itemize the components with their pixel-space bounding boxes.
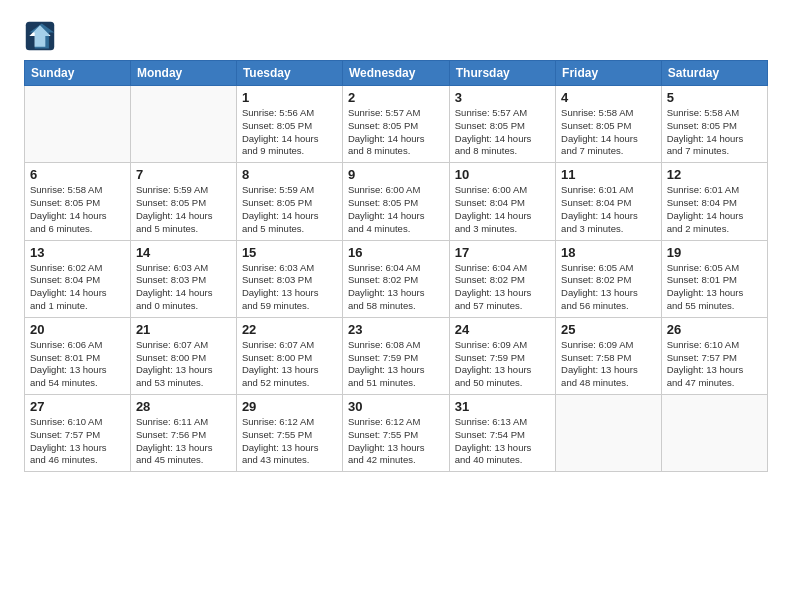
calendar-day-header: Tuesday [236,61,342,86]
calendar-day-header: Wednesday [342,61,449,86]
day-info: Sunrise: 5:59 AM Sunset: 8:05 PM Dayligh… [136,184,231,235]
calendar-cell: 6Sunrise: 5:58 AM Sunset: 8:05 PM Daylig… [25,163,131,240]
day-info: Sunrise: 5:58 AM Sunset: 8:05 PM Dayligh… [561,107,656,158]
calendar-cell: 26Sunrise: 6:10 AM Sunset: 7:57 PM Dayli… [661,317,767,394]
calendar-cell: 1Sunrise: 5:56 AM Sunset: 8:05 PM Daylig… [236,86,342,163]
calendar-week-row: 13Sunrise: 6:02 AM Sunset: 8:04 PM Dayli… [25,240,768,317]
day-info: Sunrise: 6:02 AM Sunset: 8:04 PM Dayligh… [30,262,125,313]
day-info: Sunrise: 6:05 AM Sunset: 8:02 PM Dayligh… [561,262,656,313]
day-number: 22 [242,322,337,337]
day-number: 18 [561,245,656,260]
day-number: 7 [136,167,231,182]
page-header [24,20,768,52]
day-number: 9 [348,167,444,182]
day-info: Sunrise: 6:10 AM Sunset: 7:57 PM Dayligh… [667,339,762,390]
day-info: Sunrise: 6:09 AM Sunset: 7:58 PM Dayligh… [561,339,656,390]
day-number: 16 [348,245,444,260]
calendar-cell: 24Sunrise: 6:09 AM Sunset: 7:59 PM Dayli… [449,317,555,394]
calendar-day-header: Saturday [661,61,767,86]
calendar-day-header: Sunday [25,61,131,86]
calendar-cell: 22Sunrise: 6:07 AM Sunset: 8:00 PM Dayli… [236,317,342,394]
day-info: Sunrise: 6:13 AM Sunset: 7:54 PM Dayligh… [455,416,550,467]
calendar-cell: 27Sunrise: 6:10 AM Sunset: 7:57 PM Dayli… [25,395,131,472]
calendar-day-header: Thursday [449,61,555,86]
day-info: Sunrise: 6:12 AM Sunset: 7:55 PM Dayligh… [242,416,337,467]
day-number: 26 [667,322,762,337]
day-number: 17 [455,245,550,260]
day-info: Sunrise: 5:56 AM Sunset: 8:05 PM Dayligh… [242,107,337,158]
day-info: Sunrise: 6:07 AM Sunset: 8:00 PM Dayligh… [242,339,337,390]
day-info: Sunrise: 6:01 AM Sunset: 8:04 PM Dayligh… [561,184,656,235]
calendar-cell: 15Sunrise: 6:03 AM Sunset: 8:03 PM Dayli… [236,240,342,317]
day-number: 3 [455,90,550,105]
calendar-cell: 7Sunrise: 5:59 AM Sunset: 8:05 PM Daylig… [130,163,236,240]
calendar-cell: 21Sunrise: 6:07 AM Sunset: 8:00 PM Dayli… [130,317,236,394]
day-info: Sunrise: 5:58 AM Sunset: 8:05 PM Dayligh… [30,184,125,235]
day-info: Sunrise: 6:08 AM Sunset: 7:59 PM Dayligh… [348,339,444,390]
calendar-cell [556,395,662,472]
day-number: 8 [242,167,337,182]
calendar-cell: 18Sunrise: 6:05 AM Sunset: 8:02 PM Dayli… [556,240,662,317]
calendar-cell: 23Sunrise: 6:08 AM Sunset: 7:59 PM Dayli… [342,317,449,394]
calendar-cell: 28Sunrise: 6:11 AM Sunset: 7:56 PM Dayli… [130,395,236,472]
day-info: Sunrise: 5:57 AM Sunset: 8:05 PM Dayligh… [348,107,444,158]
day-number: 27 [30,399,125,414]
calendar-day-header: Friday [556,61,662,86]
calendar-cell: 16Sunrise: 6:04 AM Sunset: 8:02 PM Dayli… [342,240,449,317]
calendar-cell: 13Sunrise: 6:02 AM Sunset: 8:04 PM Dayli… [25,240,131,317]
logo [24,20,60,52]
day-info: Sunrise: 6:10 AM Sunset: 7:57 PM Dayligh… [30,416,125,467]
calendar-cell [661,395,767,472]
day-number: 19 [667,245,762,260]
calendar-cell: 10Sunrise: 6:00 AM Sunset: 8:04 PM Dayli… [449,163,555,240]
calendar-table: SundayMondayTuesdayWednesdayThursdayFrid… [24,60,768,472]
calendar-week-row: 27Sunrise: 6:10 AM Sunset: 7:57 PM Dayli… [25,395,768,472]
day-info: Sunrise: 6:03 AM Sunset: 8:03 PM Dayligh… [242,262,337,313]
day-number: 14 [136,245,231,260]
calendar-cell: 8Sunrise: 5:59 AM Sunset: 8:05 PM Daylig… [236,163,342,240]
day-number: 10 [455,167,550,182]
calendar-cell: 30Sunrise: 6:12 AM Sunset: 7:55 PM Dayli… [342,395,449,472]
day-info: Sunrise: 6:12 AM Sunset: 7:55 PM Dayligh… [348,416,444,467]
day-info: Sunrise: 6:03 AM Sunset: 8:03 PM Dayligh… [136,262,231,313]
day-info: Sunrise: 6:05 AM Sunset: 8:01 PM Dayligh… [667,262,762,313]
day-info: Sunrise: 5:58 AM Sunset: 8:05 PM Dayligh… [667,107,762,158]
calendar-cell: 19Sunrise: 6:05 AM Sunset: 8:01 PM Dayli… [661,240,767,317]
calendar-cell: 3Sunrise: 5:57 AM Sunset: 8:05 PM Daylig… [449,86,555,163]
calendar-cell: 17Sunrise: 6:04 AM Sunset: 8:02 PM Dayli… [449,240,555,317]
calendar-cell [130,86,236,163]
calendar-cell: 4Sunrise: 5:58 AM Sunset: 8:05 PM Daylig… [556,86,662,163]
day-info: Sunrise: 6:11 AM Sunset: 7:56 PM Dayligh… [136,416,231,467]
day-number: 29 [242,399,337,414]
calendar-header-row: SundayMondayTuesdayWednesdayThursdayFrid… [25,61,768,86]
day-number: 25 [561,322,656,337]
day-number: 30 [348,399,444,414]
day-info: Sunrise: 6:06 AM Sunset: 8:01 PM Dayligh… [30,339,125,390]
day-info: Sunrise: 6:04 AM Sunset: 8:02 PM Dayligh… [348,262,444,313]
calendar-cell: 20Sunrise: 6:06 AM Sunset: 8:01 PM Dayli… [25,317,131,394]
day-info: Sunrise: 6:07 AM Sunset: 8:00 PM Dayligh… [136,339,231,390]
calendar-week-row: 1Sunrise: 5:56 AM Sunset: 8:05 PM Daylig… [25,86,768,163]
calendar-week-row: 20Sunrise: 6:06 AM Sunset: 8:01 PM Dayli… [25,317,768,394]
day-number: 1 [242,90,337,105]
day-number: 11 [561,167,656,182]
day-number: 6 [30,167,125,182]
day-info: Sunrise: 6:01 AM Sunset: 8:04 PM Dayligh… [667,184,762,235]
day-number: 4 [561,90,656,105]
day-number: 15 [242,245,337,260]
calendar-week-row: 6Sunrise: 5:58 AM Sunset: 8:05 PM Daylig… [25,163,768,240]
calendar-cell: 9Sunrise: 6:00 AM Sunset: 8:05 PM Daylig… [342,163,449,240]
calendar-cell: 2Sunrise: 5:57 AM Sunset: 8:05 PM Daylig… [342,86,449,163]
day-number: 5 [667,90,762,105]
day-info: Sunrise: 5:57 AM Sunset: 8:05 PM Dayligh… [455,107,550,158]
calendar-cell: 11Sunrise: 6:01 AM Sunset: 8:04 PM Dayli… [556,163,662,240]
day-number: 31 [455,399,550,414]
calendar-cell: 31Sunrise: 6:13 AM Sunset: 7:54 PM Dayli… [449,395,555,472]
calendar-cell: 14Sunrise: 6:03 AM Sunset: 8:03 PM Dayli… [130,240,236,317]
day-number: 2 [348,90,444,105]
day-number: 21 [136,322,231,337]
day-info: Sunrise: 6:04 AM Sunset: 8:02 PM Dayligh… [455,262,550,313]
day-number: 20 [30,322,125,337]
calendar-cell [25,86,131,163]
day-number: 28 [136,399,231,414]
